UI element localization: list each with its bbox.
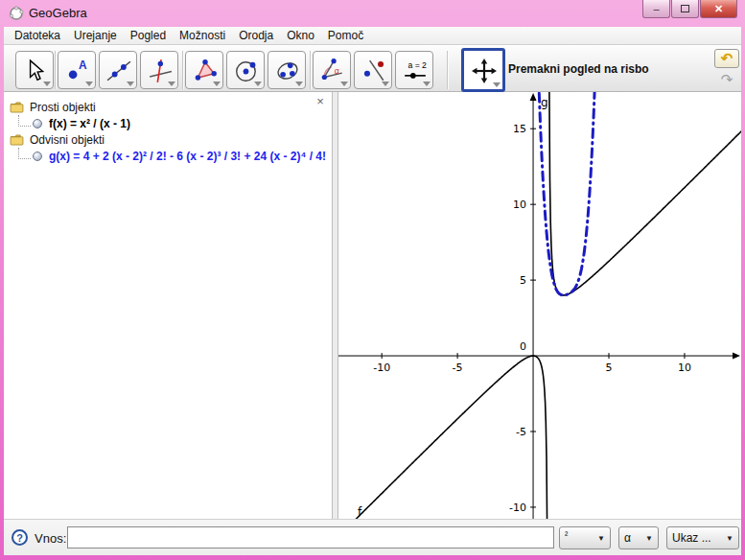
tool-dropdown-arrow-icon[interactable]	[295, 82, 303, 86]
ellipse-icon	[275, 58, 300, 83]
close-button[interactable]: ✕	[700, 0, 737, 18]
geogebra-logo-icon	[9, 6, 24, 21]
greek-letter-dropdown[interactable]: α ▼	[618, 526, 659, 549]
tool-mode-hint: Premakni pogled na risbo	[508, 62, 649, 76]
tool-conic-through-points[interactable]	[268, 51, 306, 89]
perpendicular-line-icon	[148, 58, 173, 83]
tool-dropdown-arrow-icon[interactable]	[254, 82, 262, 86]
svg-text:15: 15	[513, 123, 526, 135]
tool-dropdown-arrow-icon[interactable]	[127, 82, 134, 86]
undo-button[interactable]: ↶	[714, 49, 739, 68]
menu-moznosti[interactable]: Možnosti	[173, 27, 232, 44]
menu-okno[interactable]: Okno	[280, 27, 321, 44]
chevron-down-icon: ▼	[645, 534, 653, 543]
tree-node-dependent-objects[interactable]: Odvisni objekti	[10, 131, 328, 148]
svg-text:10: 10	[513, 198, 526, 211]
curve-f	[338, 92, 741, 519]
dropdown-value: ²	[565, 529, 594, 540]
tool-polygon[interactable]	[185, 51, 223, 89]
curve-g	[538, 92, 596, 295]
title-bar[interactable]: GeoGebra – ✕	[0, 0, 745, 27]
object-visibility-bullet[interactable]	[33, 152, 42, 161]
curve-label-f: f	[358, 505, 362, 519]
toolbar-separator	[55, 51, 57, 89]
circle-icon	[234, 58, 259, 83]
tree-item-f[interactable]: f(x) = x² / (x - 1)	[18, 115, 328, 131]
help-icon[interactable]: ?	[12, 529, 28, 546]
menu-orodja[interactable]: Orodja	[232, 27, 280, 44]
chevron-down-icon: ▼	[597, 534, 605, 543]
svg-text:5: 5	[520, 274, 526, 287]
tool-move[interactable]	[15, 51, 54, 89]
cursor-arrow-icon	[23, 58, 48, 83]
svg-text:A: A	[79, 58, 87, 72]
svg-text:a = 2: a = 2	[407, 60, 427, 70]
object-definition: g(x) = 4 + 2 (x - 2)² / 2! - 6 (x - 2)³ …	[49, 150, 326, 163]
undo-icon: ↶	[721, 52, 733, 65]
tool-move-graphics-view[interactable]	[461, 48, 505, 92]
menu-pogled[interactable]: Pogled	[124, 27, 173, 44]
tree-node-free-objects[interactable]: Prosti objekti	[10, 99, 328, 115]
algebra-close-button[interactable]: ×	[313, 94, 328, 109]
tool-dropdown-arrow-icon[interactable]	[340, 82, 348, 86]
command-input[interactable]	[67, 526, 554, 548]
polygon-icon	[193, 58, 218, 83]
folder-icon	[10, 134, 24, 146]
svg-text:-5: -5	[453, 362, 463, 374]
mirror-icon	[361, 58, 386, 83]
toolbar-separator	[447, 51, 449, 89]
redo-button[interactable]: ↷	[714, 70, 739, 89]
input-bar: ? Vnos: ² ▼ α ▼ Ukaz ... ▼	[4, 519, 741, 555]
tool-dropdown-arrow-icon[interactable]	[43, 82, 51, 86]
exponent-dropdown[interactable]: ² ▼	[559, 526, 611, 549]
graphics-view: -10-551015105-5-100fg	[338, 92, 741, 519]
tree-connector	[18, 115, 31, 127]
dropdown-value: α	[624, 531, 641, 545]
tool-dropdown-arrow-icon[interactable]	[382, 82, 389, 86]
tool-dropdown-arrow-icon[interactable]	[85, 82, 93, 86]
tool-new-point[interactable]: A	[58, 51, 96, 89]
menu-pomoc[interactable]: Pomoč	[321, 27, 370, 44]
graph-canvas[interactable]: -10-551015105-5-100fg	[338, 92, 741, 519]
tree-item-g[interactable]: g(x) = 4 + 2 (x - 2)² / 2! - 6 (x - 2)³ …	[18, 148, 328, 164]
svg-text:-5: -5	[516, 426, 526, 438]
object-visibility-bullet[interactable]	[33, 119, 42, 128]
chevron-down-icon: ▼	[726, 534, 733, 543]
tool-circle-center-point[interactable]	[226, 51, 265, 89]
point-icon: A	[65, 58, 90, 83]
object-definition: f(x) = x² / (x - 1)	[49, 117, 130, 130]
svg-text:α: α	[335, 66, 339, 76]
svg-text:-10: -10	[373, 362, 390, 374]
algebra-view: × Prosti objekti f(x) = x² / (x - 1)	[4, 92, 332, 519]
tree-connector	[18, 148, 31, 159]
menu-urejanje[interactable]: Urejanje	[67, 27, 124, 44]
tool-slider[interactable]: a = 2	[395, 51, 433, 89]
tool-perpendicular-line[interactable]	[140, 51, 178, 89]
tool-mirror-object[interactable]	[354, 51, 392, 89]
input-label: Vnos:	[35, 531, 66, 546]
panel-splitter[interactable]	[332, 92, 338, 519]
slider-icon: a = 2	[403, 58, 428, 83]
maximize-button[interactable]	[671, 0, 699, 18]
dropdown-value: Ukaz ...	[672, 531, 722, 545]
tool-bar: A	[4, 45, 741, 92]
toolbar-separator	[310, 51, 312, 89]
redo-icon: ↷	[721, 73, 733, 86]
tool-dropdown-arrow-icon[interactable]	[493, 82, 501, 87]
command-dropdown[interactable]: Ukaz ... ▼	[666, 526, 739, 549]
minimize-button[interactable]: –	[642, 0, 670, 18]
algebra-tree: Prosti objekti f(x) = x² / (x - 1) Odvis…	[4, 92, 332, 164]
svg-text:5: 5	[606, 362, 613, 374]
section-label: Prosti objekti	[30, 101, 96, 114]
tool-dropdown-arrow-icon[interactable]	[213, 82, 221, 86]
tool-line-two-points[interactable]	[99, 51, 137, 89]
angle-icon: α	[320, 58, 345, 83]
menu-datoteka[interactable]: Datoteka	[8, 27, 67, 44]
tool-angle[interactable]: α	[313, 51, 351, 89]
window-title: GeoGebra	[29, 6, 87, 20]
geogebra-window: GeoGebra – ✕ Datoteka Urejanje Pogled Mo…	[0, 0, 745, 560]
menu-bar: Datoteka Urejanje Pogled Možnosti Orodja…	[4, 27, 741, 45]
tool-dropdown-arrow-icon[interactable]	[423, 82, 431, 86]
section-label: Odvisni objekti	[30, 133, 105, 147]
tool-dropdown-arrow-icon[interactable]	[168, 82, 175, 86]
